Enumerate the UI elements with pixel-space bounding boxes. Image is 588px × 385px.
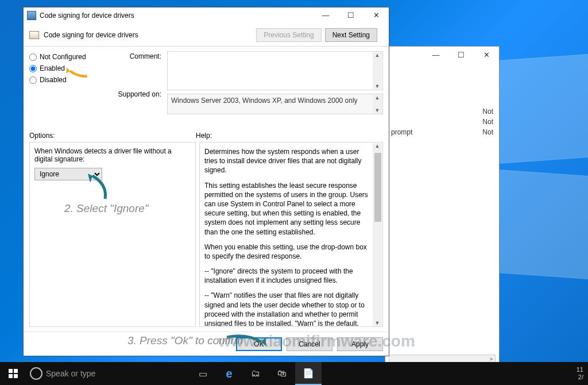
taskbar: Speak or type ▭ e 🗂 🛍 📄 11 2/ bbox=[0, 362, 588, 385]
radio-label: Not Configured bbox=[40, 53, 86, 61]
maximize-button[interactable]: ☐ bbox=[338, 7, 363, 24]
policy-icon bbox=[29, 31, 39, 39]
clock-date: 2/ bbox=[577, 374, 583, 381]
help-paragraph: Determines how the system responds when … bbox=[204, 147, 370, 175]
svg-rect-2 bbox=[9, 374, 13, 378]
start-button[interactable] bbox=[0, 362, 26, 385]
options-header: Options: bbox=[29, 132, 196, 140]
gpedit-dialog: Code signing for device drivers — ☐ ✕ Co… bbox=[23, 7, 389, 356]
supported-on-box: Windows Server 2003, Windows XP, and Win… bbox=[167, 94, 383, 114]
help-paragraph: -- "Ignore" directs the system to procee… bbox=[204, 267, 370, 285]
supported-on-label: Supported on: bbox=[110, 90, 161, 98]
taskbar-clock[interactable]: 11 2/ bbox=[572, 366, 588, 381]
watermark-text: www.xiaomifirmware.com bbox=[218, 332, 415, 351]
explorer-icon[interactable]: 🗂 bbox=[242, 362, 269, 385]
radio-label: Enabled bbox=[40, 64, 65, 72]
clock-time: 11 bbox=[577, 366, 583, 374]
scrollbar-icon[interactable]: ▲▼ bbox=[373, 52, 382, 89]
help-panel: Determines how the system responds when … bbox=[199, 142, 383, 327]
window-icon bbox=[27, 11, 36, 20]
bgwin-close-icon[interactable]: ✕ bbox=[474, 47, 499, 63]
scrollbar-thumb[interactable] bbox=[374, 153, 381, 222]
task-view-icon[interactable]: ▭ bbox=[189, 362, 216, 385]
help-paragraph: When you enable this setting, use the dr… bbox=[204, 242, 370, 261]
cortana-icon[interactable] bbox=[30, 367, 42, 380]
edge-icon[interactable]: e bbox=[216, 362, 242, 385]
svg-rect-3 bbox=[14, 374, 18, 378]
bg-cell: Not bbox=[482, 118, 493, 126]
annotation-arrow-2-icon bbox=[82, 170, 117, 205]
close-button[interactable]: ✕ bbox=[363, 7, 389, 24]
svg-rect-1 bbox=[14, 369, 18, 373]
bg-cell: Not bbox=[482, 128, 493, 136]
bgwin-minimize-icon[interactable]: — bbox=[423, 47, 448, 63]
comment-label: Comment: bbox=[110, 52, 161, 60]
background-window: — ☐ ✕ Not Not promptNot > bbox=[385, 46, 500, 368]
titlebar: Code signing for device drivers — ☐ ✕ bbox=[24, 7, 389, 24]
comment-textarea[interactable]: ▲▼ bbox=[167, 51, 383, 90]
search-input[interactable]: Speak or type bbox=[46, 369, 189, 378]
previous-setting-button: Previous Setting bbox=[256, 28, 321, 42]
radio-not-configured[interactable]: Not Configured bbox=[29, 51, 104, 63]
policy-title: Code signing for device drivers bbox=[44, 31, 256, 39]
window-title: Code signing for device drivers bbox=[40, 11, 313, 20]
annotation-step2: 2. Select "Ignore" bbox=[64, 202, 149, 215]
bgwin-maximize-icon[interactable]: ☐ bbox=[448, 47, 474, 63]
store-icon[interactable]: 🛍 bbox=[269, 362, 295, 385]
scrollbar-icon: ▲▼ bbox=[373, 95, 382, 113]
annotation-arrow-1-icon bbox=[62, 63, 91, 80]
help-paragraph: This setting establishes the least secur… bbox=[204, 181, 370, 237]
options-prompt: When Windows detects a driver file witho… bbox=[34, 147, 191, 163]
notepad-icon[interactable]: 📄 bbox=[295, 362, 322, 385]
bg-cell: prompt bbox=[391, 128, 412, 136]
supported-on-text: Windows Server 2003, Windows XP, and Win… bbox=[171, 97, 358, 105]
svg-rect-0 bbox=[9, 369, 13, 373]
next-setting-button[interactable]: Next Setting bbox=[325, 28, 377, 42]
help-paragraph: -- "Warn" notifies the user that files a… bbox=[204, 291, 370, 327]
help-header: Help: bbox=[196, 132, 383, 140]
minimize-button[interactable]: — bbox=[313, 7, 338, 24]
bg-col-header: Not bbox=[482, 107, 493, 116]
